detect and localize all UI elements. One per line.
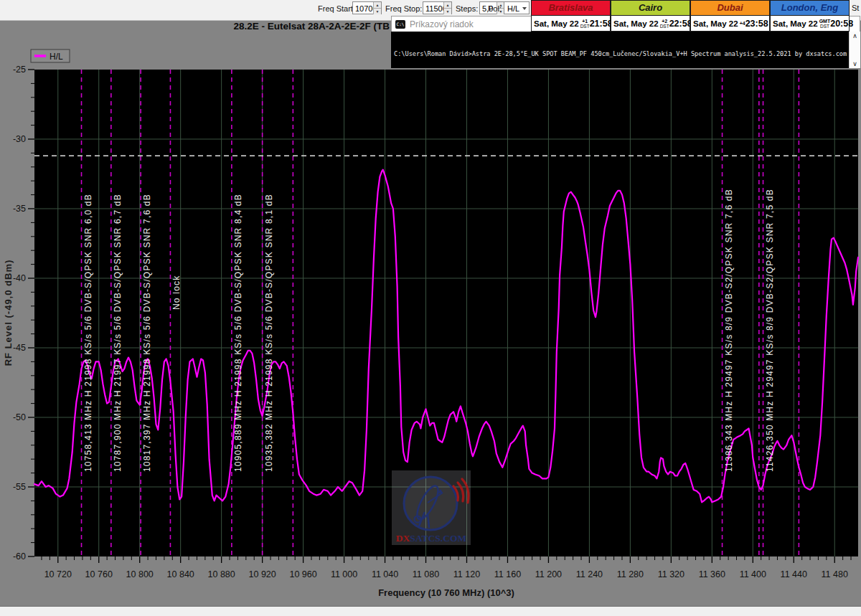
x-tick-label: 10 760 xyxy=(85,569,113,579)
cmd-icon: C:\ xyxy=(395,20,405,29)
y-tick-label: -55 xyxy=(13,482,26,492)
scroll-down-icon[interactable]: ∨ xyxy=(850,60,860,68)
dxsatcs-logo: DXSATCS.COM xyxy=(392,470,471,545)
y-tick-label: -45 xyxy=(13,343,26,353)
clock-body: Sat, May 22 +4 23:58 xyxy=(690,15,770,32)
chevron-down-icon xyxy=(522,7,527,10)
chart-title: 28.2E - Eutelsat 28A-2A-2E-2F (TB xyxy=(0,21,390,32)
clock-zone: +1DST xyxy=(580,19,590,29)
x-axis-title: Frequency (10 760 MHz) (10^3) xyxy=(378,587,514,598)
y-tick-label: -50 xyxy=(13,412,26,422)
x-tick-label: 11 000 xyxy=(331,569,357,579)
clock-body: Sat, May 22 +1DST 21:58 xyxy=(531,15,611,32)
x-tick-label: 11 120 xyxy=(453,569,480,579)
clock-zone: +4 xyxy=(740,21,745,26)
clock-date: Sat, May 22 xyxy=(691,19,738,28)
world-clocks: Bratislava Sat, May 22 +1DST 21:58 Cairo… xyxy=(531,0,850,32)
x-tick-label: 10 960 xyxy=(289,569,316,579)
clock-time: 23:58 xyxy=(745,19,771,29)
clock-dubai: Dubai Sat, May 22 +4 23:58 xyxy=(690,0,770,32)
carrier-annotation: No lock xyxy=(171,275,182,310)
x-tick-label: 11 200 xyxy=(535,569,562,579)
clock-date: Sat, May 22 xyxy=(771,19,818,28)
console-scrollbar[interactable]: ∧ ∨ xyxy=(849,32,860,68)
command-prompt-title: Príkazový riadok xyxy=(410,19,474,29)
carrier-annotation: 10787,900 MHz H 21997 KS/s 5/6 DVB-S/QPS… xyxy=(113,194,123,472)
clock-city-header: Dubai xyxy=(690,0,770,15)
y-tick-label: -30 xyxy=(13,134,26,144)
spin-down-icon[interactable]: ▼ xyxy=(443,8,451,14)
clock-city-header: Bratislava xyxy=(531,0,611,15)
clock-time: 20:58 xyxy=(830,19,855,29)
x-tick-label: 11 360 xyxy=(699,569,725,579)
command-prompt-body[interactable]: C:\Users\Roman Dávid>Astra 2E-28,5°E_UK … xyxy=(391,32,860,68)
clock-date: Sat, May 22 xyxy=(611,19,659,28)
y-axis-title: RF Level (-49,0 dBm) xyxy=(3,260,14,366)
spin-down-icon[interactable]: ▼ xyxy=(373,8,381,14)
legend: H/L xyxy=(31,49,70,62)
spin-up-icon[interactable]: ▲ xyxy=(443,2,451,8)
x-tick-label: 11 160 xyxy=(494,569,521,579)
freq-start-spinner[interactable]: ▲▼ xyxy=(373,2,381,14)
clock-date: Sat, May 22 xyxy=(532,19,579,28)
freq-stop-input[interactable]: 11500 ▲▼ xyxy=(423,1,452,14)
x-tick-label: 10 800 xyxy=(126,569,154,579)
x-tick-label: 11 480 xyxy=(822,569,848,579)
x-tick-label: 10 840 xyxy=(167,569,194,579)
legend-label: H/L xyxy=(50,52,63,62)
clock-body: Sat, May 22 +2DST 22:58 xyxy=(611,15,690,32)
x-tick-label: 10 920 xyxy=(249,569,276,579)
x-tick-label: 11 080 xyxy=(413,569,439,579)
y-tick-label: -60 xyxy=(13,551,26,561)
y-tick-label: -40 xyxy=(13,273,26,283)
clock-city-header: Cairo xyxy=(611,0,690,15)
freq-start-label: Freq Start: xyxy=(318,4,355,13)
x-tick-label: 10 880 xyxy=(208,569,235,579)
dxsatcs-logo-text: DXSATCS.COM xyxy=(396,533,467,544)
spectrum-chart: DXSATCS.COM10758,413 MHz H 21998 KS/s 5/… xyxy=(0,32,861,606)
carrier-annotation: 11426,350 MHz H 29497 KS/s 8/9 DVB-S2/QP… xyxy=(765,189,775,472)
bottom-status-strip xyxy=(0,606,861,616)
carrier-annotation: 10817,397 MHz H 21998 KS/s 5/6 DVB-S/QPS… xyxy=(142,194,152,472)
carrier-annotation: 11386,343 MHz H 29497 KS/s 8/9 DVB-S2/QP… xyxy=(724,189,734,472)
spectrum-analyzer-screen: Freq Start: 10700 ▲▼ Freq Stop: 11500 ▲▼… xyxy=(0,0,861,616)
x-tick-label: 11 440 xyxy=(781,569,807,579)
x-tick-label: 11 320 xyxy=(658,569,684,579)
clock-city-header: London, Eng xyxy=(770,0,850,15)
steps-label: Steps: xyxy=(456,4,478,13)
pol-select[interactable]: H/L xyxy=(504,1,530,14)
freq-start-input[interactable]: 10700 ▲▼ xyxy=(352,1,382,14)
clock-cairo: Cairo Sat, May 22 +2DST 22:58 xyxy=(611,0,690,32)
carrier-annotation: 10905,889 MHz H 21998 KS/s 5/6 DVB-S/QPS… xyxy=(233,194,243,472)
x-tick-label: 11 040 xyxy=(372,569,398,579)
clock-bratislava: Bratislava Sat, May 22 +1DST 21:58 xyxy=(531,0,611,32)
carrier-annotation: 10758,413 MHz H 21998 KS/s 5/6 DVB-S/QPS… xyxy=(83,194,93,472)
clock-zone: +2DST xyxy=(660,19,669,29)
x-tick-label: 11 400 xyxy=(740,569,766,579)
clock-london: London, Eng Sat, May 22 GMTDST 20:58 xyxy=(770,0,850,32)
scroll-up-icon[interactable]: ∧ xyxy=(850,32,860,40)
clock-body: Sat, May 22 GMTDST 20:58 xyxy=(770,15,850,32)
freq-stop-spinner[interactable]: ▲▼ xyxy=(443,2,451,14)
y-tick-label: -25 xyxy=(13,65,26,75)
start-button-partial[interactable]: St xyxy=(852,4,859,12)
x-tick-label: 10 720 xyxy=(44,569,72,579)
pol-label: Pol: xyxy=(488,4,502,13)
spin-up-icon[interactable]: ▲ xyxy=(373,2,381,8)
x-tick-label: 11 240 xyxy=(576,569,603,579)
x-tick-label: 11 280 xyxy=(617,569,644,579)
carrier-annotation: 10935,382 MHz H 21998 KS/s 5/6 DVB-S/QPS… xyxy=(264,194,274,472)
y-tick-label: -35 xyxy=(13,204,26,214)
freq-stop-label: Freq Stop: xyxy=(385,4,422,13)
clock-zone: GMTDST xyxy=(819,19,831,29)
command-prompt-line: C:\Users\Roman Dávid>Astra 2E-28,5°E_UK … xyxy=(394,50,847,57)
